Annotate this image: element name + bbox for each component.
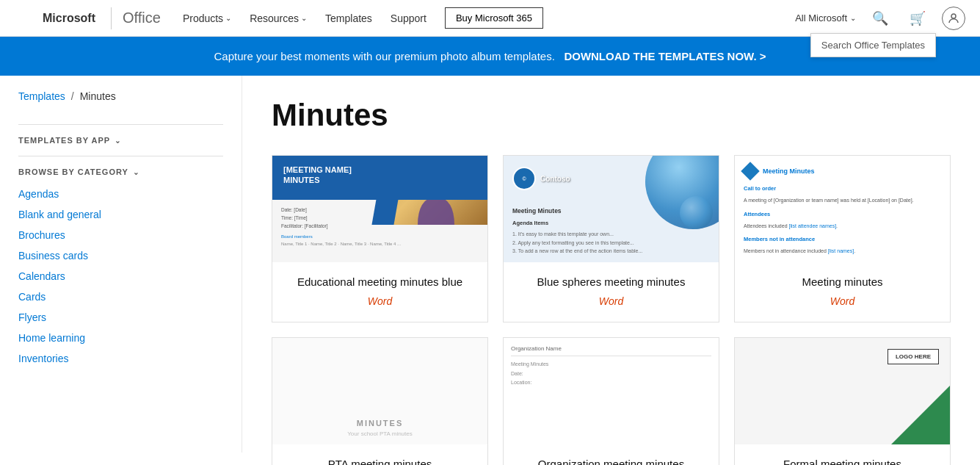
template-card-3[interactable]: Meeting Minutes Call to order A meeting … xyxy=(734,155,951,322)
search-tooltip: Search Office Templates xyxy=(810,33,936,57)
main-layout: Templates / Minutes TEMPLATES BY APP ⌄ B… xyxy=(0,76,980,465)
template-name-4: PTA meeting minutes xyxy=(283,458,476,465)
breadcrumb-current: Minutes xyxy=(80,90,116,102)
header-right: All Microsoft ⌄ 🔍 🛒 xyxy=(795,5,965,32)
logo-yellow xyxy=(26,19,29,29)
templates-by-app-section[interactable]: TEMPLATES BY APP ⌄ xyxy=(18,136,223,145)
template-info-3: Meeting minutes Word xyxy=(735,262,950,322)
template-info-1: Educational meeting minutes blue Word xyxy=(272,262,487,322)
banner-link[interactable]: DOWNLOAD THE TEMPLATES NOW. > xyxy=(564,50,766,62)
template-thumb-4: MINUTES Your school PTA minutes xyxy=(272,338,487,444)
browse-by-category-section[interactable]: BROWSE BY CATEGORY ⌄ xyxy=(18,167,223,176)
template-card-5[interactable]: Organization Name Meeting Minutes Date: … xyxy=(503,337,719,465)
template-app-3: Word xyxy=(746,295,939,307)
sidebar-item-brochures[interactable]: Brochures xyxy=(18,225,223,245)
sidebar-item-inventories[interactable]: Inventories xyxy=(18,348,223,369)
template-app-1: Word xyxy=(283,295,476,307)
svg-point-0 xyxy=(951,14,956,18)
header-divider xyxy=(111,7,112,29)
template-info-5: Organization meeting minutes Word xyxy=(504,444,719,465)
sidebar-item-agendas[interactable]: Agendas xyxy=(18,184,223,204)
template-name-2: Blue spheres meeting minutes xyxy=(515,275,708,288)
logo-green xyxy=(26,7,29,18)
breadcrumb-parent[interactable]: Templates xyxy=(18,90,65,102)
nav-resources[interactable]: Resources ⌄ xyxy=(250,12,307,24)
template-app-2: Word xyxy=(515,295,708,307)
template-card-1[interactable]: [MEETING NAME]MINUTES xyxy=(272,155,488,322)
all-microsoft-chevron: ⌄ xyxy=(850,14,856,22)
microsoft-logo xyxy=(15,7,37,29)
template-card-2[interactable]: © Contoso Meeting Minutes Agenda Items 1… xyxy=(503,155,719,322)
nav-support[interactable]: Support xyxy=(391,12,427,24)
site-header: Microsoft Office Products ⌄ Resources ⌄ … xyxy=(0,0,980,37)
breadcrumb-separator: / xyxy=(71,90,74,102)
browse-category-chevron: ⌄ xyxy=(133,168,139,176)
nav-products[interactable]: Products ⌄ xyxy=(183,12,231,24)
nav-templates[interactable]: Templates xyxy=(325,12,372,24)
main-content: Minutes [MEETING NAME]MINUTES xyxy=(242,76,980,465)
banner-text: Capture your best moments with our premi… xyxy=(214,50,554,62)
sidebar-item-home-learning[interactable]: Home learning xyxy=(18,328,223,348)
sidebar-item-cards[interactable]: Cards xyxy=(18,286,223,307)
category-nav: Agendas Blank and general Brochures Busi… xyxy=(18,184,223,369)
templates-app-chevron: ⌄ xyxy=(115,137,121,145)
buy-microsoft-button[interactable]: Buy Microsoft 365 xyxy=(445,7,543,29)
template-name-5: Organization meeting minutes xyxy=(515,458,708,465)
sidebar-item-calendars[interactable]: Calendars xyxy=(18,266,223,286)
account-avatar[interactable] xyxy=(942,7,965,30)
template-info-6: Formal meeting minutes Word xyxy=(735,444,950,465)
logo-blue xyxy=(15,19,18,29)
sidebar-divider-1 xyxy=(18,124,223,125)
template-thumb-5: Organization Name Meeting Minutes Date: … xyxy=(504,338,719,444)
sidebar-item-business-cards[interactable]: Business cards xyxy=(18,245,223,266)
cart-button[interactable]: 🛒 xyxy=(904,5,931,32)
sidebar: Templates / Minutes TEMPLATES BY APP ⌄ B… xyxy=(0,76,242,453)
page-title: Minutes xyxy=(272,98,951,133)
main-nav: Products ⌄ Resources ⌄ Templates Support… xyxy=(183,7,795,29)
sidebar-item-blank[interactable]: Blank and general xyxy=(18,204,223,225)
products-chevron: ⌄ xyxy=(225,14,231,22)
template-card-4[interactable]: MINUTES Your school PTA minutes PTA meet… xyxy=(272,337,488,465)
template-thumb-3: Meeting Minutes Call to order A meeting … xyxy=(735,156,950,262)
template-thumb-2: © Contoso Meeting Minutes Agenda Items 1… xyxy=(504,156,719,262)
sidebar-item-flyers[interactable]: Flyers xyxy=(18,307,223,328)
template-card-6[interactable]: LOGO HERE Formal meeting minutes Word xyxy=(734,337,951,465)
template-name-3: Meeting minutes xyxy=(746,275,939,288)
sidebar-divider-2 xyxy=(18,156,223,156)
template-name-6: Formal meeting minutes xyxy=(746,458,939,465)
template-thumb-6: LOGO HERE xyxy=(735,338,950,444)
all-microsoft-dropdown[interactable]: All Microsoft ⌄ xyxy=(795,12,856,24)
breadcrumb: Templates / Minutes xyxy=(18,90,223,102)
office-text: Office xyxy=(123,10,161,26)
template-info-4: PTA meeting minutes Word xyxy=(272,444,487,465)
resources-chevron: ⌄ xyxy=(301,14,307,22)
template-info-2: Blue spheres meeting minutes Word xyxy=(504,262,719,322)
template-name-1: Educational meeting minutes blue xyxy=(283,275,476,288)
templates-grid: [MEETING NAME]MINUTES xyxy=(272,155,951,465)
search-button[interactable]: 🔍 xyxy=(867,5,893,32)
microsoft-text: Microsoft xyxy=(43,12,95,25)
template-thumb-1: [MEETING NAME]MINUTES xyxy=(272,156,487,262)
logo-red xyxy=(15,7,18,18)
